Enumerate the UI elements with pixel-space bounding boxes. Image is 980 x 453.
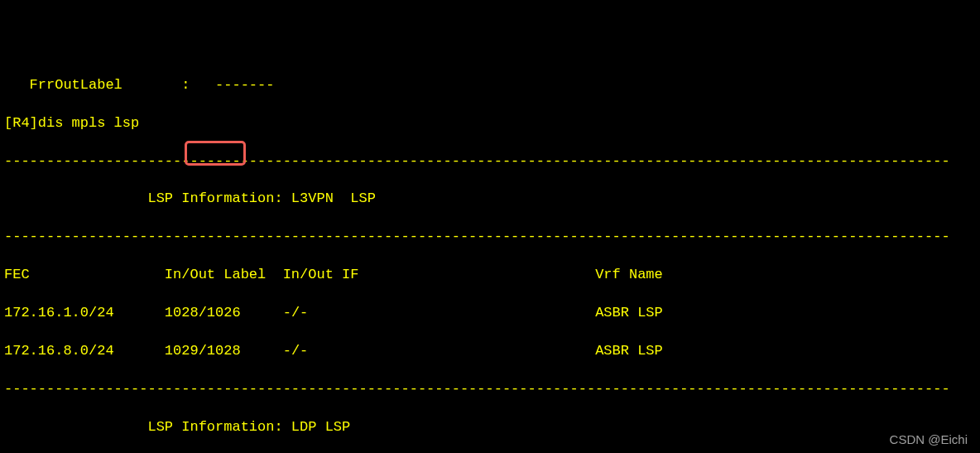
- l3vpn-row-if: -/-: [283, 343, 309, 359]
- ldp-title: LSP Information: LDP LSP: [4, 418, 976, 437]
- l3vpn-header-row: FEC In/Out Label In/Out IF Vrf Name: [4, 266, 976, 285]
- divider-line-1: ----------------------------------------…: [4, 152, 976, 171]
- watermark-label: CSDN @Eichi: [890, 431, 968, 448]
- l3vpn-row-vrf: ASBR LSP: [595, 343, 663, 359]
- l3vpn-header-label: In/Out Label: [165, 267, 266, 282]
- l3vpn-row-label: 1028/1026: [165, 305, 241, 320]
- divider-line-3: ----------------------------------------…: [4, 380, 976, 399]
- command-input[interactable]: [R4]dis mpls lsp: [4, 114, 976, 133]
- l3vpn-row-fec: 172.16.1.0/24: [4, 305, 114, 320]
- l3vpn-row-label: 1029/1028: [165, 343, 241, 359]
- divider-line-2: ----------------------------------------…: [4, 228, 976, 247]
- l3vpn-header-if: In/Out IF: [283, 267, 359, 282]
- l3vpn-row-if: -/-: [283, 305, 309, 320]
- l3vpn-row: 172.16.8.0/24 1029/1028 -/- ASBR LSP: [4, 342, 976, 361]
- l3vpn-row-fec: 172.16.8.0/24: [4, 343, 114, 359]
- l3vpn-row: 172.16.1.0/24 1028/1026 -/- ASBR LSP: [4, 304, 976, 323]
- l3vpn-header-fec: FEC: [4, 267, 30, 282]
- frr-out-label: FrrOutLabel : -------: [4, 76, 976, 95]
- l3vpn-row-vrf: ASBR LSP: [595, 305, 663, 320]
- l3vpn-header-vrf: Vrf Name: [595, 267, 663, 282]
- l3vpn-title: LSP Information: L3VPN LSP: [4, 190, 976, 209]
